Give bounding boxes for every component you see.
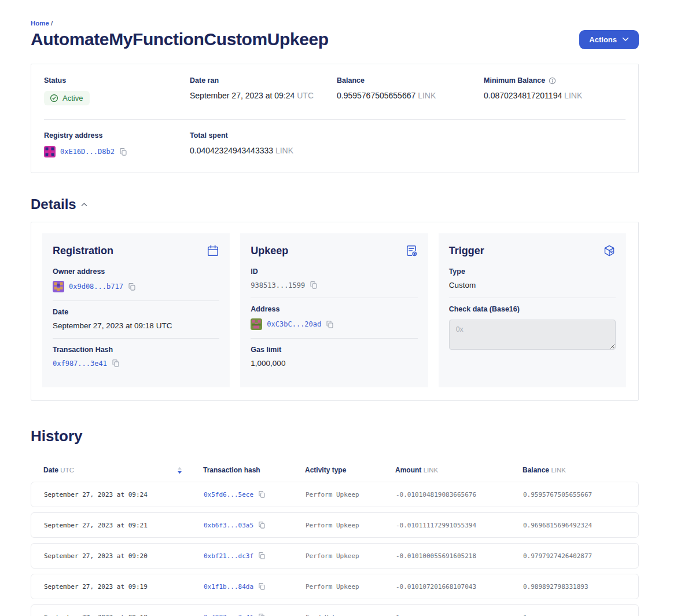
history-heading: History [31, 427, 639, 445]
row-tx-hash-link[interactable]: 0xbf21...dc3f [204, 552, 253, 560]
min-balance-label: Minimum Balance [484, 76, 545, 85]
col-date-label: Date [43, 466, 58, 474]
row-tx-hash-link[interactable]: 0x1f1b...84da [204, 583, 253, 591]
actions-button[interactable]: Actions [579, 30, 639, 49]
upkeep-address-label: Address [251, 305, 417, 313]
copy-icon[interactable] [112, 359, 120, 368]
breadcrumb: Home/ [31, 20, 639, 27]
registry-address-block: Registry address 0xE16D...D8b2 [44, 131, 190, 157]
row-date: September 27, 2023 at 09:20 [44, 552, 204, 560]
collapse-caret-icon[interactable] [81, 202, 87, 207]
row-activity-type: Perform Upkeep [306, 491, 396, 498]
row-amount: -0.010104819083665676 [396, 491, 523, 498]
copy-icon[interactable] [258, 582, 266, 591]
registration-title: Registration [53, 245, 113, 257]
details-panel: Registration Owner address 0x9d08...b717 [31, 222, 639, 401]
page-content: Home/ AutomateMyFunctionCustomUpkeep Act… [31, 0, 639, 616]
total-spent-label: Total spent [190, 131, 638, 140]
row-activity-type: Perform Upkeep [306, 583, 396, 591]
row-activity-type: Fund Upkeep [306, 614, 396, 616]
chevron-down-icon [622, 37, 629, 42]
upkeep-address-link[interactable]: 0xC3bC...20ad [267, 320, 321, 328]
total-spent-value: 0.04042324943443333 [190, 146, 273, 155]
history-table-body: September 27, 2023 at 09:240x5fd6...5ece… [31, 482, 639, 616]
gas-limit-value: 1,000,000 [251, 359, 417, 368]
trigger-type-label: Type [449, 267, 616, 276]
row-date: September 27, 2023 at 09:18 [44, 614, 204, 616]
cube-icon [603, 244, 616, 257]
transaction-hash-label: Transaction Hash [53, 346, 219, 354]
copy-icon[interactable] [326, 320, 334, 329]
row-amount: -0.010107201668107043 [396, 583, 523, 591]
breadcrumb-separator: / [51, 20, 53, 27]
min-balance-value: 0.0870234817201194 [484, 91, 562, 100]
row-date: September 27, 2023 at 09:19 [44, 583, 204, 591]
check-data-label: Check data (Base16) [449, 305, 616, 313]
col-balance-label: Balance [523, 466, 549, 474]
copy-icon[interactable] [119, 148, 127, 156]
upkeep-id-value: 938513...1599 [251, 281, 305, 289]
status-label: Status [44, 76, 190, 85]
balance-unit: LINK [418, 91, 436, 100]
info-icon[interactable] [549, 77, 556, 85]
file-gear-icon [405, 244, 418, 257]
row-activity-type: Perform Upkeep [306, 522, 396, 529]
row-date: September 27, 2023 at 09:21 [44, 522, 204, 529]
row-tx-hash-link[interactable]: 0xf987...3e41 [204, 614, 253, 616]
upkeep-id-label: ID [251, 267, 417, 276]
table-row: September 27, 2023 at 09:240x5fd6...5ece… [31, 482, 639, 507]
row-date: September 27, 2023 at 09:24 [44, 491, 204, 498]
copy-icon[interactable] [310, 281, 318, 289]
details-heading: Details [31, 196, 76, 212]
copy-icon[interactable] [258, 552, 266, 560]
balance-block: Balance 0.9595767505655667 LINK [337, 76, 484, 105]
row-tx-hash-link[interactable]: 0xb6f3...03a5 [204, 522, 253, 529]
col-activity-label: Activity type [305, 466, 395, 474]
copy-icon[interactable] [258, 490, 266, 498]
registry-address-label: Registry address [44, 131, 190, 140]
status-badge: Active [44, 91, 90, 105]
upkeep-summary-card: Status Active Date ran September 27, 202… [31, 64, 639, 173]
date-ran-value: September 27, 2023 at 09:24 [190, 91, 295, 100]
actions-button-label: Actions [589, 35, 617, 44]
registration-tx-link[interactable]: 0xf987...3e41 [53, 360, 107, 368]
registration-date-label: Date [53, 308, 219, 316]
copy-icon[interactable] [258, 521, 266, 529]
row-balance: 0.9696815696492324 [523, 522, 638, 529]
row-amount: -0.010111172991055394 [396, 522, 523, 529]
col-balance-suffix: LINK [551, 467, 566, 474]
min-balance-block: Minimum Balance 0.0870234817201194 LINK [484, 76, 638, 105]
check-data-input[interactable] [449, 320, 616, 350]
sort-icon[interactable] [177, 467, 182, 474]
date-ran-timezone: UTC [297, 91, 314, 100]
upkeep-address-identicon [251, 318, 262, 330]
copy-icon[interactable] [128, 283, 136, 291]
trigger-title: Trigger [449, 245, 484, 257]
date-ran-label: Date ran [190, 76, 337, 85]
copy-icon[interactable] [258, 613, 266, 616]
registration-card: Registration Owner address 0x9d08...b717 [42, 233, 230, 387]
trigger-card: Trigger Type Custom Check data (Base16) [439, 233, 626, 387]
balance-value: 0.9595767505655667 [337, 91, 415, 100]
owner-address-link[interactable]: 0x9d08...b717 [69, 283, 123, 291]
row-tx-hash-link[interactable]: 0x5fd6...5ece [204, 491, 253, 498]
table-row: September 27, 2023 at 09:210xb6f3...03a5… [31, 512, 639, 538]
table-row: September 27, 2023 at 09:180xf987...3e41… [31, 604, 639, 616]
table-row: September 27, 2023 at 09:200xbf21...dc3f… [31, 543, 639, 569]
col-tx-hash-label: Transaction hash [203, 466, 305, 474]
trigger-type-value: Custom [449, 281, 616, 289]
table-row: September 27, 2023 at 09:190x1f1b...84da… [31, 574, 639, 599]
col-amount-label: Amount [395, 466, 421, 474]
min-balance-unit: LINK [564, 91, 582, 100]
col-amount-suffix: LINK [424, 467, 439, 474]
row-amount: -0.010100055691605218 [396, 552, 523, 560]
status-block: Status Active [44, 76, 190, 105]
breadcrumb-home-link[interactable]: Home [31, 20, 49, 27]
page-title: AutomateMyFunctionCustomUpkeep [31, 30, 329, 49]
registry-address-link[interactable]: 0xE16D...D8b2 [60, 148, 115, 156]
gas-limit-label: Gas limit [251, 346, 417, 354]
row-balance: 1 [523, 614, 638, 616]
upkeep-card: Upkeep ID 938513...1599 Address [240, 233, 428, 387]
row-balance: 0.9797927426402877 [523, 552, 638, 560]
registry-identicon [44, 146, 56, 157]
